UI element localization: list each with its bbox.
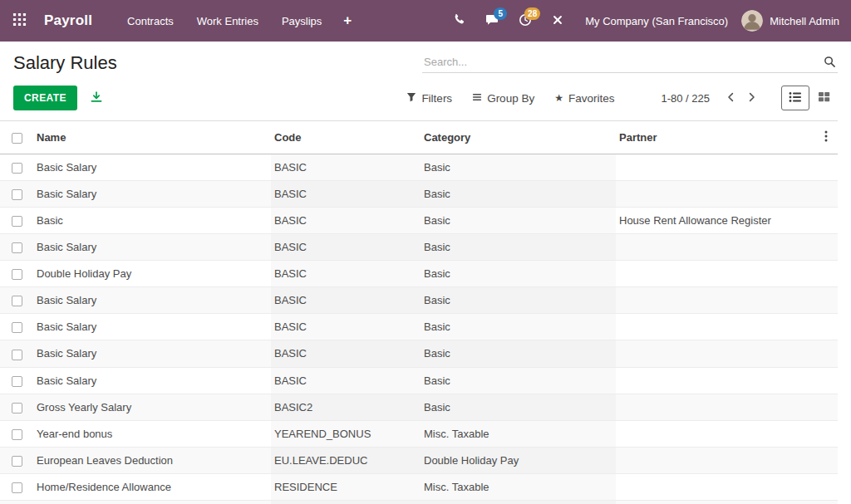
row-checkbox[interactable] bbox=[12, 429, 22, 440]
apps-menu-button[interactable] bbox=[0, 0, 39, 42]
table-row[interactable]: Basic Salary BASIC Basic bbox=[0, 154, 838, 181]
row-checkbox[interactable] bbox=[12, 322, 22, 333]
table-row[interactable]: Double Holiday Pay Recovery DOUBLERECOVE… bbox=[0, 500, 838, 504]
cell-category[interactable]: Basic bbox=[421, 154, 616, 181]
row-checkbox[interactable] bbox=[12, 456, 22, 467]
cell-name[interactable]: Basic Salary bbox=[33, 181, 271, 208]
cell-code[interactable]: BASIC bbox=[271, 261, 421, 287]
search-icon[interactable] bbox=[824, 56, 836, 68]
cell-category[interactable]: Basic bbox=[421, 208, 616, 234]
optional-columns-toggle[interactable] bbox=[821, 130, 831, 144]
menu-contracts[interactable]: Contracts bbox=[116, 0, 185, 42]
row-checkbox[interactable] bbox=[12, 269, 22, 280]
select-all-checkbox[interactable] bbox=[12, 133, 22, 144]
column-header-partner[interactable]: Partner bbox=[616, 121, 818, 154]
row-checkbox[interactable] bbox=[12, 350, 22, 360]
cell-category[interactable]: Double Holiday Pay bbox=[421, 500, 616, 504]
cell-name[interactable]: Gross Yearly Salary bbox=[33, 394, 271, 420]
row-checkbox[interactable] bbox=[12, 189, 22, 200]
table-row[interactable]: Basic Salary BASIC Basic bbox=[0, 287, 838, 314]
cell-name[interactable]: Basic Salary bbox=[33, 340, 271, 367]
favorites-button[interactable]: ★ Favorites bbox=[544, 92, 624, 105]
voip-phone-button[interactable] bbox=[443, 0, 475, 42]
cell-category[interactable]: Basic bbox=[421, 234, 616, 261]
menu-work-entries[interactable]: Work Entries bbox=[185, 0, 270, 42]
cell-name[interactable]: Basic bbox=[33, 208, 271, 234]
cell-partner[interactable] bbox=[616, 500, 818, 504]
cell-partner[interactable] bbox=[616, 420, 818, 447]
cell-code[interactable]: DOUBLERECOVERY bbox=[271, 500, 421, 504]
cell-name[interactable]: Home/Residence Allowance bbox=[33, 473, 271, 500]
table-row[interactable]: Basic BASIC Basic House Rent Allowance R… bbox=[0, 208, 838, 234]
cell-code[interactable]: BASIC bbox=[271, 314, 421, 340]
export-button[interactable] bbox=[91, 91, 102, 105]
cell-partner[interactable] bbox=[616, 473, 818, 500]
cell-category[interactable]: Basic bbox=[421, 261, 616, 287]
group-by-button[interactable]: Group By bbox=[462, 92, 544, 105]
cell-category[interactable]: Double Holiday Pay bbox=[421, 447, 616, 473]
cell-code[interactable]: BASIC bbox=[271, 340, 421, 367]
cell-category[interactable]: Basic bbox=[421, 394, 616, 420]
cell-code[interactable]: BASIC bbox=[271, 234, 421, 261]
cell-code[interactable]: BASIC bbox=[271, 208, 421, 234]
cell-code[interactable]: BASIC bbox=[271, 367, 421, 394]
cell-name[interactable]: Basic Salary bbox=[33, 234, 271, 261]
cell-name[interactable]: Basic Salary bbox=[33, 287, 271, 314]
cell-name[interactable]: Double Holiday Pay bbox=[33, 261, 271, 287]
cell-partner[interactable] bbox=[616, 261, 818, 287]
cell-partner[interactable] bbox=[616, 154, 818, 181]
row-checkbox[interactable] bbox=[12, 403, 22, 413]
column-header-code[interactable]: Code bbox=[271, 121, 421, 154]
messages-button[interactable]: 5 bbox=[475, 0, 509, 42]
cell-partner[interactable] bbox=[616, 287, 818, 314]
pager-next-button[interactable] bbox=[741, 89, 763, 108]
table-row[interactable]: Year-end bonus YEAREND_BONUS Misc. Taxab… bbox=[0, 420, 838, 447]
cell-code[interactable]: YEAREND_BONUS bbox=[271, 420, 421, 447]
kanban-view-button[interactable] bbox=[809, 86, 838, 110]
cell-partner[interactable] bbox=[616, 181, 818, 208]
table-row[interactable]: Double Holiday Pay BASIC Basic bbox=[0, 261, 838, 287]
cell-partner[interactable] bbox=[616, 394, 818, 420]
table-row[interactable]: Home/Residence Allowance RESIDENCE Misc.… bbox=[0, 473, 838, 500]
table-row[interactable]: Basic Salary BASIC Basic bbox=[0, 340, 838, 367]
row-checkbox[interactable] bbox=[12, 296, 22, 306]
row-checkbox[interactable] bbox=[12, 242, 22, 253]
debug-tools-button[interactable] bbox=[542, 0, 573, 42]
cell-partner[interactable] bbox=[616, 234, 818, 261]
cell-category[interactable]: Basic bbox=[421, 340, 616, 367]
cell-name[interactable]: Basic Salary bbox=[33, 367, 271, 394]
column-header-category[interactable]: Category bbox=[421, 121, 616, 154]
row-checkbox[interactable] bbox=[12, 482, 22, 493]
table-row[interactable]: Basic Salary BASIC Basic bbox=[0, 367, 838, 394]
cell-code[interactable]: RESIDENCE bbox=[271, 473, 421, 500]
cell-code[interactable]: BASIC2 bbox=[271, 394, 421, 420]
menu-add-button[interactable]: + bbox=[333, 0, 362, 42]
cell-partner[interactable]: House Rent Allowance Register bbox=[616, 208, 818, 234]
cell-name[interactable]: European Leaves Deduction bbox=[33, 447, 271, 473]
cell-category[interactable]: Basic bbox=[421, 314, 616, 340]
cell-category[interactable]: Misc. Taxable bbox=[421, 473, 616, 500]
cell-name[interactable]: Double Holiday Pay Recovery bbox=[33, 500, 271, 504]
cell-partner[interactable] bbox=[616, 340, 818, 367]
row-checkbox[interactable] bbox=[12, 163, 22, 174]
table-row[interactable]: Gross Yearly Salary BASIC2 Basic bbox=[0, 394, 838, 420]
search-input[interactable] bbox=[424, 56, 824, 68]
user-menu[interactable]: Mitchell Admin bbox=[741, 10, 851, 32]
filters-button[interactable]: Filters bbox=[396, 92, 462, 105]
app-name[interactable]: Payroll bbox=[44, 12, 92, 29]
cell-code[interactable]: BASIC bbox=[271, 154, 421, 181]
table-row[interactable]: Basic Salary BASIC Basic bbox=[0, 181, 838, 208]
cell-category[interactable]: Basic bbox=[421, 367, 616, 394]
cell-category[interactable]: Misc. Taxable bbox=[421, 420, 616, 447]
menu-payslips[interactable]: Payslips bbox=[270, 0, 333, 42]
cell-name[interactable]: Basic Salary bbox=[33, 314, 271, 340]
cell-partner[interactable] bbox=[616, 367, 818, 394]
table-row[interactable]: European Leaves Deduction EU.LEAVE.DEDUC… bbox=[0, 447, 838, 473]
row-checkbox[interactable] bbox=[12, 216, 22, 227]
row-checkbox[interactable] bbox=[12, 376, 22, 387]
create-button[interactable]: CREATE bbox=[13, 86, 77, 110]
cell-code[interactable]: BASIC bbox=[271, 181, 421, 208]
cell-code[interactable]: EU.LEAVE.DEDUC bbox=[271, 447, 421, 473]
table-row[interactable]: Basic Salary BASIC Basic bbox=[0, 314, 838, 340]
company-switcher[interactable]: My Company (San Francisco) bbox=[573, 15, 741, 27]
